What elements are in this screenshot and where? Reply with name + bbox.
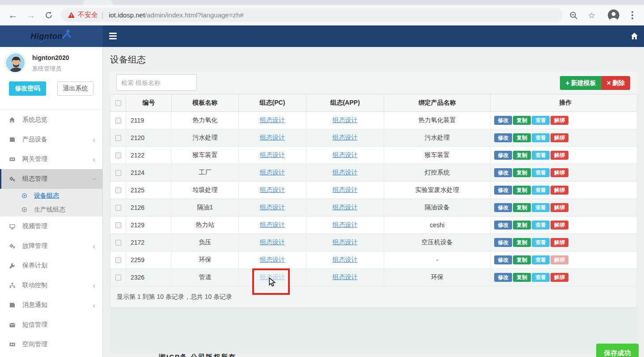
sidebar-item-linkage[interactable]: 联动控制‹ (0, 276, 102, 295)
pc-scada-design-link[interactable]: 组态设计 (260, 256, 285, 264)
action-unbind-button[interactable]: 解绑 (551, 255, 568, 264)
row-checkbox[interactable] (115, 187, 121, 193)
action-unbind-button[interactable]: 解绑 (551, 133, 568, 142)
change-password-button[interactable]: 修改密码 (9, 81, 46, 96)
action-view-button[interactable]: 查看 (532, 151, 550, 160)
pc-scada-design-link[interactable]: 组态设计 (260, 186, 285, 194)
sidebar-item-overview[interactable]: 系统总览 (0, 110, 102, 130)
sidebar-item-maintenance[interactable]: 保养计划 (0, 256, 102, 276)
action-unbind-button[interactable]: 解绑 (551, 116, 568, 125)
action-view-button[interactable]: 查看 (532, 221, 550, 230)
action-view-button[interactable]: 查看 (532, 133, 550, 142)
browser-tab[interactable] (83, 0, 113, 5)
row-checkbox[interactable] (115, 222, 121, 228)
action-view-button[interactable]: 查看 (532, 255, 550, 264)
sidebar-item-gateway[interactable]: 网关管理‹ (0, 149, 102, 169)
action-edit-button[interactable]: 修改 (494, 238, 512, 247)
sidebar-item-video[interactable]: 视频管理 (0, 217, 102, 236)
row-checkbox[interactable] (115, 257, 121, 263)
app-scada-design-link[interactable]: 组态设计 (333, 204, 358, 212)
action-view-button[interactable]: 查看 (532, 186, 550, 195)
action-copy-button[interactable]: 复制 (513, 186, 531, 195)
sidebar-item-sms[interactable]: 短信管理 (0, 315, 102, 335)
action-edit-button[interactable]: 修改 (494, 221, 512, 230)
pc-scada-design-link[interactable]: 组态设计 (260, 169, 285, 177)
action-view-button[interactable]: 查看 (532, 203, 550, 212)
browser-profile-avatar[interactable] (607, 8, 620, 22)
action-edit-button[interactable]: 修改 (494, 203, 512, 212)
action-copy-button[interactable]: 复制 (513, 255, 531, 264)
action-copy-button[interactable]: 复制 (513, 116, 531, 125)
browser-reload-button[interactable] (42, 8, 55, 22)
action-edit-button[interactable]: 修改 (494, 168, 512, 177)
action-unbind-button[interactable]: 解绑 (551, 273, 568, 282)
pc-scada-design-link[interactable]: 组态设计 (260, 273, 285, 281)
delete-button[interactable]: ×删除 (602, 76, 630, 90)
action-copy-button[interactable]: 复制 (513, 203, 531, 212)
browser-back-button[interactable]: ← (6, 8, 20, 22)
pc-scada-design-link[interactable]: 组态设计 (260, 134, 285, 142)
action-edit-button[interactable]: 修改 (494, 273, 512, 282)
action-view-button[interactable]: 查看 (532, 273, 550, 282)
sidebar-item-scada[interactable]: 组态管理‹ (0, 169, 102, 189)
app-scada-design-link[interactable]: 组态设计 (333, 238, 358, 246)
action-copy-button[interactable]: 复制 (513, 221, 531, 230)
action-copy-button[interactable]: 复制 (513, 273, 531, 282)
action-view-button[interactable]: 查看 (532, 168, 550, 177)
action-unbind-button[interactable]: 解绑 (551, 221, 568, 230)
action-unbind-button[interactable]: 解绑 (551, 203, 568, 212)
sidebar-item-message[interactable]: 消息通知‹ (0, 295, 102, 315)
action-copy-button[interactable]: 复制 (513, 133, 531, 142)
sidebar-toggle-icon[interactable] (109, 33, 117, 39)
action-view-button[interactable]: 查看 (532, 116, 550, 125)
pc-scada-design-link[interactable]: 组态设计 (260, 151, 285, 159)
zoom-out-icon[interactable] (567, 8, 580, 22)
action-unbind-button[interactable]: 解绑 (551, 168, 568, 177)
action-copy-button[interactable]: 复制 (513, 168, 531, 177)
app-scada-design-link[interactable]: 组态设计 (333, 151, 358, 159)
action-unbind-button[interactable]: 解绑 (551, 151, 568, 160)
app-scada-design-link[interactable]: 组态设计 (333, 273, 358, 281)
sidebar-item-fault[interactable]: 故障管理‹ (0, 236, 102, 256)
user-avatar[interactable] (5, 52, 25, 73)
action-edit-button[interactable]: 修改 (494, 116, 512, 125)
app-scada-design-link[interactable]: 组态设计 (333, 186, 358, 194)
url-bar[interactable]: 不安全 | iot.idosp.net/admin/index.html?lan… (61, 8, 563, 22)
search-input[interactable] (116, 74, 197, 91)
row-checkbox[interactable] (115, 153, 121, 158)
action-edit-button[interactable]: 修改 (494, 255, 512, 264)
sidebar-item-products[interactable]: 产品设备‹ (0, 130, 102, 149)
row-checkbox[interactable] (115, 275, 121, 280)
action-copy-button[interactable]: 复制 (513, 151, 531, 160)
browser-forward-button[interactable]: → (24, 8, 38, 22)
action-edit-button[interactable]: 修改 (494, 151, 512, 160)
sidebar-item-space[interactable]: 空间管理 (0, 335, 102, 354)
pc-scada-design-link[interactable]: 组态设计 (260, 221, 285, 229)
select-all-checkbox[interactable] (115, 100, 121, 106)
home-icon[interactable] (631, 32, 638, 42)
new-template-button[interactable]: +新建模板 (560, 76, 601, 90)
pc-scada-design-link[interactable]: 组态设计 (260, 238, 285, 246)
pc-scada-design-link[interactable]: 组态设计 (260, 204, 285, 212)
row-checkbox[interactable] (115, 170, 121, 176)
app-scada-design-link[interactable]: 组态设计 (333, 116, 358, 124)
action-unbind-button[interactable]: 解绑 (551, 238, 568, 247)
sidebar-item-device-scada[interactable]: 设备组态 (0, 189, 102, 203)
browser-menu-icon[interactable] (626, 8, 639, 22)
action-edit-button[interactable]: 修改 (494, 186, 512, 195)
action-unbind-button[interactable]: 解绑 (551, 186, 568, 195)
row-checkbox[interactable] (115, 135, 121, 141)
app-scada-design-link[interactable]: 组态设计 (333, 169, 358, 177)
row-checkbox[interactable] (115, 205, 121, 211)
logout-button[interactable]: 退出系统 (57, 81, 93, 96)
sidebar-item-line-scada[interactable]: 生产线组态 (0, 203, 102, 217)
app-scada-design-link[interactable]: 组态设计 (333, 134, 358, 142)
row-checkbox[interactable] (115, 118, 121, 123)
action-edit-button[interactable]: 修改 (494, 133, 512, 142)
app-scada-design-link[interactable]: 组态设计 (333, 256, 358, 264)
row-checkbox[interactable] (115, 240, 121, 246)
action-copy-button[interactable]: 复制 (513, 238, 531, 247)
action-view-button[interactable]: 查看 (532, 238, 550, 247)
app-scada-design-link[interactable]: 组态设计 (333, 221, 358, 229)
bookmark-star-icon[interactable]: ☆ (585, 8, 598, 22)
